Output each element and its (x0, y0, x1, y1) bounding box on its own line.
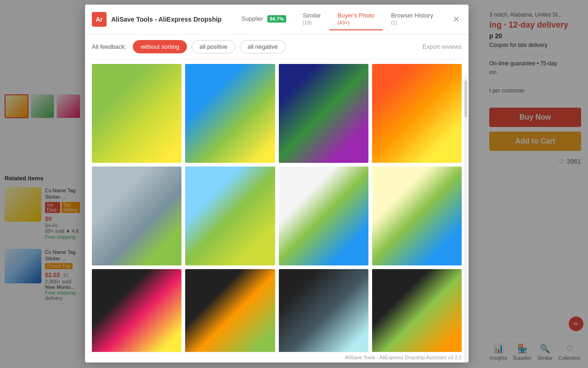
tab-similar[interactable]: Similar (19) (294, 8, 329, 30)
image-grid (85, 59, 469, 352)
filter-all-positive[interactable]: all positive (192, 40, 235, 53)
review-image-3[interactable] (279, 64, 368, 163)
review-image-11[interactable] (279, 269, 368, 352)
tab-buyers-label: Buyer's Photo (338, 12, 375, 19)
review-image-1[interactable] (92, 64, 181, 163)
tab-browser-history[interactable]: Browser History (1) (383, 8, 441, 30)
buyers-photo-modal: Ar AliSave Tools - AliExpress Dropship S… (85, 5, 469, 362)
review-image-5[interactable] (92, 167, 181, 265)
review-image-10[interactable] (185, 269, 275, 352)
review-image-2[interactable] (185, 64, 275, 163)
modal-scrollbar[interactable] (464, 76, 467, 362)
modal-footer: AliSave Tools - AliExpress Dropship Assi… (85, 352, 469, 362)
review-image-8[interactable] (372, 167, 462, 265)
supplier-badge: 94.7% (267, 15, 286, 23)
image-row-3 (92, 269, 462, 352)
tab-supplier-label: Supplier (241, 15, 263, 22)
review-image-4[interactable] (372, 64, 462, 163)
export-reviews-link[interactable]: Export reviews (423, 43, 462, 50)
close-button[interactable]: ✕ (451, 14, 462, 25)
tab-similar-label: Similar (303, 12, 321, 19)
review-image-9[interactable] (92, 269, 181, 352)
review-image-6[interactable] (185, 167, 275, 265)
tab-supplier[interactable]: Supplier 94.7% (233, 12, 294, 27)
tab-buyers-sub: (43+) (338, 20, 350, 25)
modal-header: Ar AliSave Tools - AliExpress Dropship S… (85, 5, 469, 34)
filter-label: All feedback: (92, 43, 126, 50)
alisave-logo: Ar (92, 12, 107, 27)
modal-title: AliSave Tools - AliExpress Dropship (111, 16, 221, 23)
footer-text: AliSave Tools - AliExpress Dropship Assi… (345, 355, 462, 360)
review-image-12[interactable] (372, 269, 462, 352)
tab-similar-sub: (19) (303, 20, 312, 25)
filter-bar: All feedback: without sorting all positi… (85, 34, 469, 59)
tab-buyers-photo[interactable]: Buyer's Photo (43+) (329, 8, 383, 30)
tab-history-label: Browser History (391, 12, 433, 19)
filter-without-sorting[interactable]: without sorting (133, 40, 187, 53)
scrollbar-thumb[interactable] (464, 80, 467, 117)
image-row-1 (92, 64, 462, 163)
review-image-7[interactable] (279, 167, 368, 265)
modal-tabs: Supplier 94.7% Similar (19) Buyer's Phot… (233, 8, 451, 30)
filter-all-negative[interactable]: all negative (240, 40, 286, 53)
image-row-2 (92, 167, 462, 265)
tab-history-sub: (1) (391, 20, 397, 25)
